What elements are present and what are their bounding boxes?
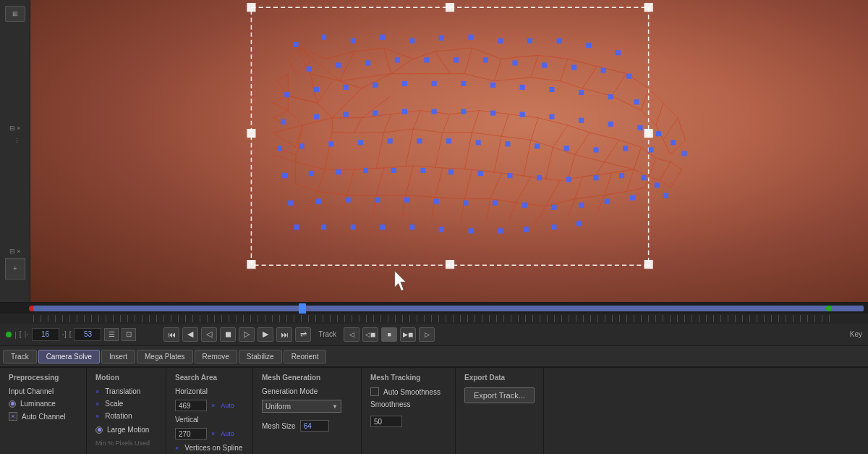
frame-out-input[interactable] [74, 328, 101, 341]
mesh-tracking-title: Mesh Tracking [370, 374, 446, 382]
horizontal-auto-label: Auto [221, 402, 234, 409]
translation-check[interactable]: × [95, 388, 99, 395]
transport-prev[interactable]: ◀ [182, 327, 198, 342]
svg-line-100 [516, 177, 531, 203]
toolbar-remove[interactable]: Remove [195, 350, 237, 363]
track-step-fwd[interactable]: ▶◼ [400, 327, 416, 342]
svg-rect-3 [644, 3, 653, 12]
svg-line-136 [509, 203, 516, 221]
transport-ffwd[interactable]: ⏭ [276, 327, 292, 342]
transport-stop[interactable]: ◼ [220, 327, 236, 342]
toolbar-stabilize[interactable]: Stabilize [239, 350, 282, 363]
horizontal-input[interactable] [175, 400, 207, 411]
svg-line-44 [288, 111, 302, 125]
scale-check[interactable]: × [95, 400, 99, 408]
mesh-size-input[interactable] [300, 420, 329, 432]
auto-smoothness-label: Auto Smoothness [383, 388, 441, 396]
track-fwd[interactable]: ▷ [419, 327, 435, 342]
svg-rect-204 [483, 57, 488, 62]
svg-rect-196 [586, 43, 591, 48]
svg-rect-260 [478, 171, 483, 176]
auto-channel-check[interactable]: × [9, 412, 17, 421]
svg-rect-213 [373, 83, 378, 88]
smoothness-input[interactable] [370, 416, 402, 427]
section-motion: Motion × Translation × Scale × Rotation … [87, 368, 166, 454]
svg-line-71 [568, 125, 590, 133]
svg-rect-276 [493, 201, 498, 206]
generation-mode-dropdown[interactable]: Uniform ▼ [262, 400, 341, 413]
svg-rect-8 [644, 260, 653, 269]
toolbar-mega-plates[interactable]: Mega Plates [137, 350, 193, 363]
svg-line-66 [531, 118, 538, 140]
track-back[interactable]: ◁ [344, 327, 359, 342]
svg-line-159 [660, 162, 671, 180]
svg-line-127 [568, 155, 575, 181]
svg-rect-223 [281, 119, 286, 125]
translation-label: Translation [105, 387, 140, 395]
panel-close-mid[interactable]: ⊟ × [7, 246, 23, 256]
svg-line-95 [435, 198, 465, 199]
svg-rect-211 [314, 87, 319, 92]
svg-rect-264 [593, 175, 598, 180]
transport-play[interactable]: ▷ [239, 327, 255, 342]
playhead[interactable] [299, 303, 306, 314]
track-step-back[interactable]: ◁◼ [362, 327, 378, 342]
svg-line-162 [671, 169, 681, 188]
export-track-button[interactable]: Export Track... [464, 387, 535, 403]
toolbar-reorient[interactable]: Reorient [284, 350, 327, 363]
timeline-controls: | [ |- -] [ ☰ ⊡ ⏮ ◀ ◁ ◼ ▷ ▶ ⏭ ⇌ Track ◁ … [0, 324, 868, 345]
frame-in-input[interactable] [32, 328, 59, 341]
toolbar-camera-solve[interactable]: Camera Solve [38, 350, 100, 363]
svg-line-139 [597, 196, 604, 214]
transport-play-fwd[interactable]: ▶ [258, 327, 273, 342]
svg-rect-282 [294, 224, 299, 230]
svg-rect-222 [634, 99, 639, 104]
luminance-label: Luminance [20, 400, 56, 408]
left-panel-btn-1[interactable]: ⊞ [5, 6, 25, 22]
transport-play-rev[interactable]: ◁ [201, 327, 217, 342]
gen-mode-value: Uniform [265, 403, 291, 411]
svg-line-28 [464, 74, 494, 81]
toolbar-insert[interactable]: Insert [101, 350, 135, 363]
clip-btn-2[interactable]: ⊡ [122, 328, 136, 341]
svg-rect-273 [404, 198, 409, 203]
transport-loop[interactable]: ⇌ [295, 327, 311, 342]
preprocessing-title: Preprocessing [9, 374, 77, 382]
svg-line-30 [531, 55, 538, 77]
gen-mode-arrow: ▼ [332, 403, 338, 410]
timeline-bar[interactable] [33, 306, 864, 311]
svg-rect-230 [490, 111, 495, 116]
svg-line-137 [535, 206, 545, 224]
toolbar-track[interactable]: Track [3, 350, 37, 363]
panel-close-top[interactable]: ⊟ × [7, 123, 23, 133]
vertices-check[interactable]: × [175, 445, 179, 452]
svg-rect-194 [527, 38, 532, 43]
svg-line-116 [339, 81, 362, 88]
key-label: Key [850, 330, 862, 338]
horizontal-auto-check[interactable]: × [211, 402, 215, 409]
vertical-auto-check[interactable]: × [211, 430, 215, 437]
vertices-label: Vertices on Spline [184, 444, 242, 452]
track-stop[interactable]: ■ [381, 327, 397, 342]
svg-line-123 [464, 133, 472, 169]
go-to-start[interactable] [6, 332, 12, 337]
panel-tool[interactable]: + [5, 258, 25, 279]
svg-line-27 [494, 59, 501, 81]
svg-line-129 [303, 191, 318, 214]
svg-line-29 [501, 55, 538, 59]
svg-rect-267 [655, 182, 660, 188]
large-motion-radio[interactable] [95, 426, 103, 434]
svg-rect-229 [461, 109, 466, 114]
transport-rewind[interactable]: ⏮ [163, 327, 179, 342]
auto-smoothness-check[interactable] [370, 387, 379, 396]
rotation-check[interactable]: × [95, 413, 99, 420]
svg-line-60 [472, 111, 480, 133]
luminance-radio[interactable] [9, 400, 16, 408]
svg-line-24 [464, 48, 472, 74]
vertical-input[interactable] [175, 428, 207, 440]
section-export-data: Export Data Export Track... [456, 368, 544, 454]
svg-line-149 [678, 118, 685, 140]
svg-line-16 [383, 48, 391, 74]
clip-btn-1[interactable]: ☰ [104, 328, 119, 341]
svg-rect-286 [409, 224, 414, 230]
